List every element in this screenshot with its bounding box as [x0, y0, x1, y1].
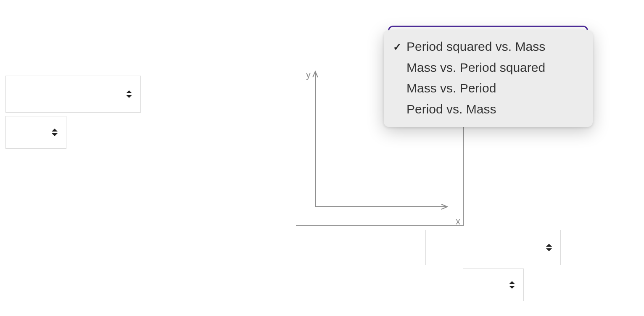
sort-arrows-icon	[509, 281, 515, 289]
sort-arrows-icon	[546, 244, 552, 251]
dropdown-item-label: Period squared vs. Mass	[406, 40, 545, 53]
sort-arrows-icon	[126, 90, 132, 98]
select-bottom-right-large[interactable]	[425, 230, 561, 265]
select-top-left-large[interactable]	[5, 76, 141, 113]
select-bottom-right-small[interactable]	[463, 269, 524, 301]
dropdown-item-period-vs-mass[interactable]: Period vs. Mass	[384, 99, 593, 120]
dropdown-item-label: Mass vs. Period squared	[406, 61, 545, 74]
dropdown-item-period-squared-vs-mass[interactable]: Period squared vs. Mass	[384, 36, 593, 57]
dropdown-item-mass-vs-period-squared[interactable]: Mass vs. Period squared	[384, 57, 593, 78]
y-axis-label: y	[306, 69, 311, 80]
dropdown-item-label: Mass vs. Period	[406, 81, 496, 95]
x-axis-label: x	[456, 216, 460, 226]
dropdown-popup: ✓ Period squared vs. Mass Mass vs. Perio…	[384, 30, 593, 127]
select-top-left-small[interactable]	[5, 116, 66, 149]
dropdown-item-mass-vs-period[interactable]: Mass vs. Period	[384, 78, 593, 99]
dropdown-item-label: Period vs. Mass	[406, 102, 496, 116]
sort-arrows-icon	[52, 129, 58, 136]
